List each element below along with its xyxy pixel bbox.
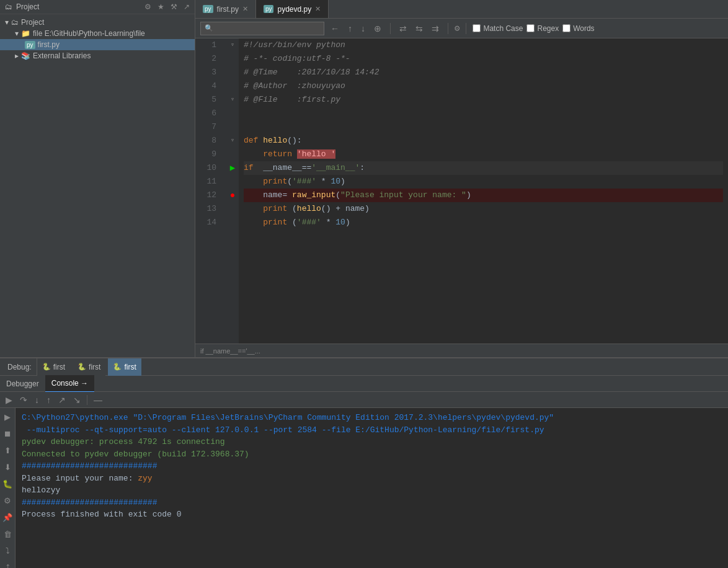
gutter: ▿ ▿ ▿ ▶ ● — [226, 38, 239, 344]
search-replace1-btn[interactable]: ⇄ — [397, 23, 409, 34]
left-tool-scroll-up-btn[interactable]: ⤴ — [1, 561, 14, 568]
regex-checkbox[interactable] — [526, 24, 535, 32]
search-find-btn[interactable]: ⊕ — [371, 23, 384, 34]
fold-icon-1[interactable]: ▿ — [231, 38, 234, 52]
code-line-7 — [244, 120, 723, 134]
expand-icon[interactable]: ↗ — [184, 2, 190, 11]
line-num-11: 11 — [195, 175, 221, 189]
left-tool-rerun-btn[interactable]: ▶ — [1, 410, 14, 424]
line-num-12: 12 — [195, 189, 221, 202]
debug-content-area: ▶ ⏹ ⬆ ⬇ 🐛 ⚙ 📌 🗑 ⤵ ⤴ C:\Python27\python.e… — [0, 408, 728, 568]
debug-eval-btn[interactable]: ↘ — [70, 394, 84, 406]
code-content[interactable]: #!/usr/bin/env python # -*- coding:utf-8… — [239, 38, 728, 344]
regex-option[interactable]: Regex — [526, 24, 559, 33]
left-tool-up-btn[interactable]: ⬆ — [1, 444, 14, 457]
debug-session-tab-1[interactable]: 🐍 first — [37, 358, 70, 376]
search-down-btn[interactable]: ↓ — [358, 23, 368, 34]
gutter-9 — [226, 148, 239, 161]
code-paren: (): — [287, 136, 301, 145]
search-separator1 — [390, 23, 391, 34]
words-option[interactable]: Words — [562, 24, 594, 33]
left-tool-scroll-down-btn[interactable]: ⤵ — [1, 544, 14, 557]
match-case-option[interactable]: Match Case — [473, 24, 523, 33]
console-line-cmd: C:\Python27\python.exe "D:\Program Files… — [22, 412, 722, 424]
sidebar-item-file[interactable]: 📁 file E:\GitHub\Python-Learning\file — [0, 28, 195, 39]
builtin-print2: print — [263, 204, 292, 213]
left-tool-pin-btn[interactable]: 📌 — [1, 511, 14, 524]
str-hash2: '###' — [297, 218, 321, 227]
python-file-icon: py — [25, 41, 35, 49]
debug-session-tab-3[interactable]: 🐍 first — [108, 358, 141, 376]
search-replace3-btn[interactable]: ⇉ — [429, 23, 442, 34]
console-line-process: Process finished with exit code 0 — [22, 508, 722, 521]
line-num-10: 10 — [195, 161, 221, 175]
code-line-5: # @File :first.py — [244, 93, 723, 107]
tab-pydevd-close[interactable]: ✕ — [315, 5, 321, 13]
breakpoint-icon[interactable]: ● — [230, 189, 235, 202]
left-tool-down-btn[interactable]: ⬇ — [1, 461, 14, 474]
builtin-print3: print — [263, 218, 292, 227]
debugger-tab[interactable]: Debugger — [0, 375, 45, 393]
left-tool-settings-btn[interactable]: ⚙ — [1, 494, 14, 507]
line-num-6: 6 — [195, 107, 221, 120]
settings-icon[interactable]: ⚙ — [144, 2, 151, 11]
search-next-btn[interactable]: ↑ — [345, 23, 355, 34]
debug-resume-btn[interactable]: ▶ — [2, 394, 16, 406]
console-line-args: --multiproc --qt-support=auto --client 1… — [22, 424, 722, 437]
left-tool-stop-btn[interactable]: ⏹ — [1, 427, 14, 440]
gutter-8: ▿ — [226, 134, 239, 148]
var-name: __name__ — [263, 163, 301, 172]
debug-label: Debug: — [2, 358, 37, 376]
console-line-hash2: ############################ — [22, 497, 722, 509]
gutter-5: ▿ — [226, 93, 239, 107]
extlibs-arrow-icon — [15, 51, 19, 60]
line-num-1: 1 — [195, 38, 221, 52]
fold-icon-8[interactable]: ▿ — [231, 134, 234, 148]
sidebar: 🗂 Project ⚙ ★ ⚒ ↗ 🗂 Project — [0, 0, 195, 357]
sidebar-item-project[interactable]: 🗂 Project — [0, 17, 195, 28]
search-input-container[interactable]: 🔍 — [200, 22, 324, 35]
search-prev-btn[interactable]: ← — [328, 23, 342, 34]
debug-session-tab-2[interactable]: 🐍 first — [73, 358, 105, 376]
search-replace2-btn[interactable]: ⇆ — [413, 23, 425, 34]
gutter-6 — [226, 107, 239, 120]
debug-step-into-btn[interactable]: ↓ — [32, 394, 42, 406]
gear2-icon[interactable]: ⚒ — [171, 2, 177, 11]
debugger-tab-label: Debugger — [6, 379, 39, 388]
star-icon[interactable]: ★ — [158, 2, 164, 11]
code-line-11: print('###' * 10) — [244, 175, 723, 189]
line-num-13: 13 — [195, 202, 221, 216]
code-comment-5: # @File :first.py — [244, 95, 340, 104]
tab-firstpy-close[interactable]: ✕ — [242, 5, 248, 13]
tab-pydevd[interactable]: py pydevd.py ✕ — [256, 0, 329, 18]
func-raw-input: raw_input — [292, 190, 335, 200]
console-output[interactable]: C:\Python27\python.exe "D:\Program Files… — [16, 408, 728, 568]
line-num-7: 7 — [195, 120, 221, 134]
str-hello: 'hello ' — [297, 149, 335, 159]
match-case-label: Match Case — [483, 24, 523, 33]
left-tool-trash-btn[interactable]: 🗑 — [1, 528, 14, 541]
debug-step-over-btn[interactable]: ↷ — [17, 394, 30, 406]
fold-icon-5[interactable]: ▿ — [231, 93, 234, 107]
tab-firstpy[interactable]: py first.py ✕ — [195, 0, 256, 18]
console-tab[interactable]: Console → — [45, 375, 94, 393]
search-input[interactable] — [216, 24, 320, 33]
line-num-8: 8 — [195, 134, 221, 148]
debug-stop-btn[interactable]: — — [91, 394, 105, 406]
search-gear-icon[interactable]: ⚙ — [455, 23, 459, 33]
debug-step-out-btn[interactable]: ↑ — [43, 394, 54, 406]
sidebar-item-extlibs[interactable]: 📚 External Libraries — [0, 50, 195, 61]
sidebar-item-label-extlibs: External Libraries — [33, 51, 91, 60]
sidebar-item-firstpy[interactable]: py first.py — [0, 39, 195, 50]
match-case-checkbox[interactable] — [473, 24, 481, 32]
search-icon: 🔍 — [205, 24, 213, 32]
debug-run-cursor-btn[interactable]: ↗ — [55, 394, 69, 406]
func-hello: hello — [263, 136, 287, 145]
console-line-connected: Connected to pydev debugger (build 172.3… — [22, 448, 722, 461]
left-tool-bug-btn[interactable]: 🐛 — [1, 477, 14, 490]
code-colon: : — [360, 163, 365, 172]
words-checkbox[interactable] — [562, 24, 570, 32]
project-arrow-icon — [5, 18, 9, 27]
project-icon: 🗂 — [5, 2, 12, 11]
code-editor[interactable]: 1 2 3 4 5 6 7 8 9 10 11 12 13 14 — [195, 38, 728, 344]
